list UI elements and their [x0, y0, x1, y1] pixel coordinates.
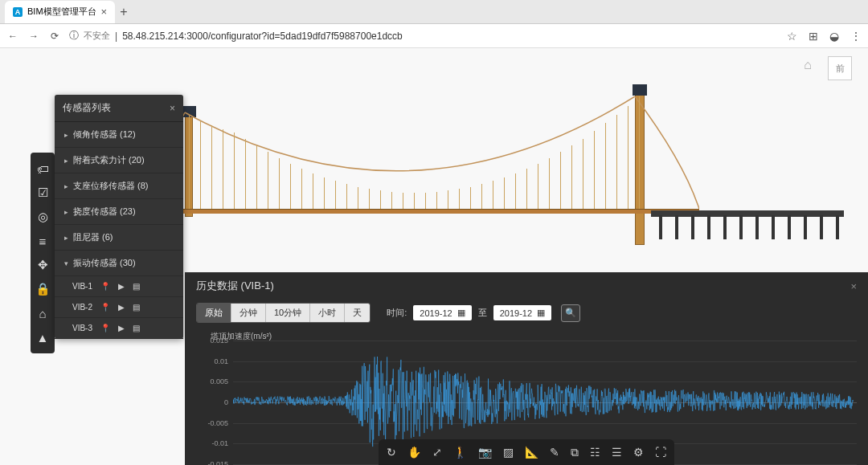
y-tick: 0.015 — [196, 337, 228, 345]
view-cube[interactable]: 前 — [828, 56, 852, 80]
sensor-list-panel: 传感器列表 × 倾角传感器 (12)附着式索力计 (20)支座位移传感器 (8)… — [55, 95, 183, 339]
autodesk-icon: A — [13, 7, 23, 17]
forge-viewport[interactable]: ⌂ 前 🏷 ☑ ◎ ≡ ✥ 🔒 ⌂ ▲ 传感器列表 × 倾角传感器 (12)附着… — [0, 48, 868, 465]
measure-icon[interactable]: 📐 — [525, 446, 538, 459]
tab-close-icon[interactable]: × — [101, 6, 108, 18]
dice-icon[interactable]: ⊞ — [809, 30, 818, 43]
model-browser-icon[interactable]: ☷ — [590, 446, 600, 459]
broadcast-icon[interactable]: ◎ — [31, 206, 55, 228]
settings-icon[interactable]: ⚙ — [633, 446, 644, 459]
hanger-cables — [189, 96, 639, 213]
sensor-category[interactable]: 支座位移传感器 (8) — [55, 173, 183, 199]
y-tick: -0.005 — [196, 419, 228, 427]
granularity-button[interactable]: 小时 — [310, 304, 345, 322]
granularity-button[interactable]: 天 — [345, 304, 370, 322]
sensor-category[interactable]: 附着式索力计 (20) — [55, 148, 183, 173]
orbit-icon[interactable]: ↻ — [387, 446, 396, 459]
list-icon[interactable]: ≡ — [31, 230, 55, 252]
walk-icon[interactable]: 🚶 — [453, 446, 467, 459]
data-controls: 原始分钟10分钟小时天 时间: 2019-12 ▦ 至 2019-12 ▦ 🔍 — [185, 300, 868, 329]
sensor-name: VIB-3 — [72, 324, 92, 332]
info-icon: ⓘ — [69, 29, 79, 43]
locate-icon[interactable]: 📍 — [100, 324, 110, 332]
y-tick: 0 — [196, 398, 228, 406]
zoom-icon[interactable]: ⤢ — [432, 446, 442, 459]
home-icon[interactable]: ⌂ — [804, 58, 812, 72]
granularity-button[interactable]: 分钟 — [231, 304, 266, 322]
properties-icon[interactable]: ☰ — [612, 446, 622, 459]
calendar-icon: ▦ — [537, 308, 545, 318]
sensor-item: VIB-3📍▶▤ — [55, 318, 183, 339]
locate-icon[interactable]: 📍 — [100, 303, 110, 312]
sensor-category[interactable]: 挠度传感器 (23) — [55, 199, 183, 225]
viewer-bottom-toolbar: ↻ ✋ ⤢ 🚶 📷 ▨ 📐 ✎ ⧉ ☷ ☰ ⚙ ⛶ — [379, 439, 674, 465]
data-icon[interactable]: ▤ — [133, 324, 140, 332]
sensor-category[interactable]: 阻尼器 (6) — [55, 225, 183, 251]
y-tick: 0.005 — [196, 377, 228, 385]
tag-icon[interactable]: 🏷 — [31, 157, 55, 180]
explode-icon[interactable]: ⧉ — [571, 446, 579, 459]
sensor-name: VIB-2 — [72, 303, 92, 312]
y-tick: -0.015 — [196, 460, 228, 465]
address-bar: ← → ⟳ ⓘ 不安全 | 58.48.215.214:3000/configu… — [0, 24, 868, 48]
data-panel-title: 历史数据 (VIB-1) — [196, 279, 274, 293]
profile-icon[interactable]: ◒ — [829, 30, 839, 43]
data-icon[interactable]: ▤ — [133, 303, 140, 312]
date-to-input[interactable]: 2019-12 ▦ — [493, 305, 551, 320]
search-button[interactable]: 🔍 — [561, 304, 580, 322]
house-icon[interactable]: ⌂ — [31, 302, 55, 324]
lock-icon[interactable]: 🔒 — [31, 278, 55, 300]
back-button[interactable]: ← — [6, 31, 19, 42]
date-from-input[interactable]: 2019-12 ▦ — [413, 305, 471, 320]
close-icon[interactable]: × — [850, 280, 857, 292]
check-icon[interactable]: ☑ — [31, 182, 55, 204]
url-text: 58.48.215.214:3000/configurator?id=5dad1… — [122, 31, 403, 42]
reload-button[interactable]: ⟳ — [48, 31, 61, 42]
tower-sensor — [633, 84, 647, 96]
close-icon[interactable]: × — [170, 103, 175, 114]
browser-tab[interactable]: A BIM模型管理平台 × — [5, 1, 115, 23]
road-icon[interactable]: ▲ — [31, 326, 55, 349]
date-separator: 至 — [478, 307, 487, 319]
markup-icon[interactable]: ✎ — [550, 446, 559, 459]
separator: | — [115, 31, 117, 42]
granularity-button[interactable]: 10分钟 — [266, 304, 310, 322]
left-toolbar: 🏷 ☑ ◎ ≡ ✥ 🔒 ⌂ ▲ — [31, 153, 55, 353]
browser-tab-strip: A BIM模型管理平台 × + — [0, 0, 868, 24]
time-label: 时间: — [387, 307, 407, 319]
forward-button[interactable]: → — [27, 31, 40, 42]
new-tab-button[interactable]: + — [120, 5, 127, 19]
move-icon[interactable]: ✥ — [31, 254, 55, 276]
fullscreen-icon[interactable]: ⛶ — [655, 446, 666, 459]
section-icon[interactable]: ▨ — [503, 446, 514, 459]
sensor-item: VIB-1📍▶▤ — [55, 276, 183, 297]
sensor-category[interactable]: 振动传感器 (30) — [55, 251, 183, 276]
sensor-item: VIB-2📍▶▤ — [55, 297, 183, 318]
sensor-name: VIB-1 — [72, 282, 92, 291]
y-tick: 0.01 — [196, 357, 228, 365]
security-warning: 不安全 — [84, 30, 110, 42]
history-data-panel: 历史数据 (VIB-1) × 原始分钟10分钟小时天 时间: 2019-12 ▦… — [185, 272, 868, 465]
url-field[interactable]: ⓘ 不安全 | 58.48.215.214:3000/configurator?… — [69, 29, 779, 43]
play-icon[interactable]: ▶ — [118, 324, 125, 332]
camera-icon[interactable]: 📷 — [478, 446, 492, 459]
tab-title: BIM模型管理平台 — [27, 6, 96, 18]
locate-icon[interactable]: 📍 — [100, 282, 110, 291]
data-icon[interactable]: ▤ — [133, 282, 140, 291]
menu-icon[interactable]: ⋮ — [850, 30, 862, 43]
panel-title: 传感器列表 — [63, 101, 111, 115]
play-icon[interactable]: ▶ — [118, 303, 125, 312]
pan-icon[interactable]: ✋ — [407, 446, 421, 459]
granularity-group: 原始分钟10分钟小时天 — [196, 303, 371, 323]
play-icon[interactable]: ▶ — [118, 282, 125, 291]
sensor-category[interactable]: 倾角传感器 (12) — [55, 122, 183, 148]
granularity-button[interactable]: 原始 — [197, 304, 231, 322]
minimize-icon[interactable]: ☆ — [787, 30, 797, 43]
calendar-icon: ▦ — [457, 308, 465, 318]
y-tick: -0.01 — [196, 439, 228, 447]
